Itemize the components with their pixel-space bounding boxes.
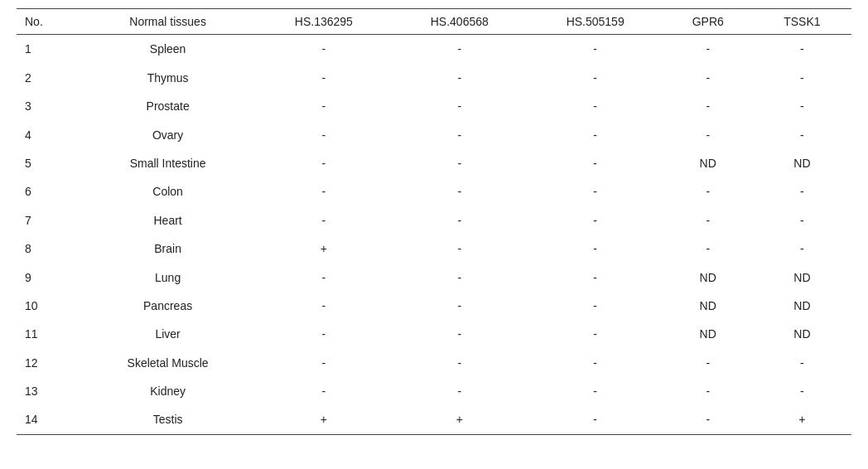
cell-r12-c5: - [663,377,753,405]
cell-r1-c0: 2 [17,64,80,92]
cell-r0-c1: Spleen [80,35,256,64]
cell-r6-c6: - [753,206,851,234]
cell-r0-c3: - [392,35,528,64]
cell-r13-c1: Testis [80,405,256,434]
cell-r3-c6: - [753,121,851,149]
cell-r12-c2: - [256,377,392,405]
cell-r3-c3: - [392,121,528,149]
col-header-tssk1: TSSK1 [753,9,851,35]
cell-r13-c0: 14 [17,405,80,434]
cell-r6-c0: 7 [17,206,80,234]
cell-r2-c2: - [256,92,392,120]
table-row: 3Prostate----- [17,92,851,120]
cell-r11-c6: - [753,349,851,377]
cell-r2-c6: - [753,92,851,120]
cell-r9-c6: ND [753,292,851,320]
cell-r6-c2: - [256,206,392,234]
cell-r5-c6: - [753,177,851,205]
table-body: 1Spleen-----2Thymus-----3Prostate-----4O… [17,35,851,434]
table-row: 6Colon----- [17,177,851,205]
cell-r10-c2: - [256,320,392,348]
cell-r5-c2: - [256,177,392,205]
cell-r4-c3: - [392,149,528,177]
cell-r5-c0: 6 [17,177,80,205]
col-header-no: No. [17,9,80,35]
cell-r1-c4: - [528,64,663,92]
cell-r8-c5: ND [663,264,753,292]
table-row: 13Kidney----- [17,377,851,405]
table-row: 4Ovary----- [17,121,851,149]
cell-r0-c5: - [663,35,753,64]
cell-r11-c3: - [392,349,528,377]
cell-r1-c3: - [392,64,528,92]
cell-r8-c2: - [256,264,392,292]
cell-r5-c3: - [392,177,528,205]
col-header-gpr6: GPR6 [663,9,753,35]
cell-r10-c5: ND [663,320,753,348]
cell-r4-c2: - [256,149,392,177]
cell-r11-c5: - [663,349,753,377]
cell-r2-c4: - [528,92,663,120]
cell-r8-c1: Lung [80,264,256,292]
cell-r10-c4: - [528,320,663,348]
cell-r5-c1: Colon [80,177,256,205]
table-row: 11Liver---NDND [17,320,851,348]
cell-r9-c4: - [528,292,663,320]
cell-r13-c6: + [753,405,851,434]
table-row: 8Brain+---- [17,234,851,263]
cell-r12-c4: - [528,377,663,405]
cell-r8-c0: 9 [17,264,80,292]
cell-r13-c2: + [256,405,392,434]
cell-r8-c4: - [528,264,663,292]
cell-r11-c2: - [256,349,392,377]
cell-r3-c5: - [663,121,753,149]
cell-r1-c2: - [256,64,392,92]
cell-r5-c5: - [663,177,753,205]
cell-r3-c2: - [256,121,392,149]
cell-r0-c2: - [256,35,392,64]
cell-r13-c4: - [528,405,663,434]
cell-r10-c6: ND [753,320,851,348]
cell-r4-c5: ND [663,149,753,177]
cell-r11-c1: Skeletal Muscle [80,349,256,377]
cell-r0-c4: - [528,35,663,64]
table-row: 10Pancreas---NDND [17,292,851,320]
cell-r3-c4: - [528,121,663,149]
col-header-hs136295: HS.136295 [256,9,392,35]
cell-r12-c3: - [392,377,528,405]
cell-r13-c3: + [392,405,528,434]
cell-r7-c6: - [753,234,851,263]
cell-r10-c1: Liver [80,320,256,348]
col-header-tissues: Normal tissues [80,9,256,35]
cell-r11-c0: 12 [17,349,80,377]
cell-r0-c6: - [753,35,851,64]
cell-r4-c4: - [528,149,663,177]
cell-r6-c1: Heart [80,206,256,234]
table-header-row: No. Normal tissues HS.136295 HS.406568 H… [17,9,851,35]
cell-r7-c3: - [392,234,528,263]
table-row: 7Heart----- [17,206,851,234]
cell-r1-c1: Thymus [80,64,256,92]
col-header-hs505159: HS.505159 [528,9,663,35]
cell-r12-c6: - [753,377,851,405]
cell-r9-c0: 10 [17,292,80,320]
cell-r4-c0: 5 [17,149,80,177]
cell-r2-c0: 3 [17,92,80,120]
cell-r12-c1: Kidney [80,377,256,405]
table-row: 2Thymus----- [17,64,851,92]
data-table: No. Normal tissues HS.136295 HS.406568 H… [17,8,851,435]
cell-r9-c2: - [256,292,392,320]
cell-r3-c1: Ovary [80,121,256,149]
cell-r4-c1: Small Intestine [80,149,256,177]
cell-r6-c4: - [528,206,663,234]
cell-r1-c6: - [753,64,851,92]
cell-r10-c3: - [392,320,528,348]
cell-r7-c0: 8 [17,234,80,263]
cell-r2-c5: - [663,92,753,120]
cell-r3-c0: 4 [17,121,80,149]
cell-r2-c1: Prostate [80,92,256,120]
table-row: 12Skeletal Muscle----- [17,349,851,377]
cell-r6-c5: - [663,206,753,234]
table-row: 1Spleen----- [17,35,851,64]
cell-r7-c4: - [528,234,663,263]
